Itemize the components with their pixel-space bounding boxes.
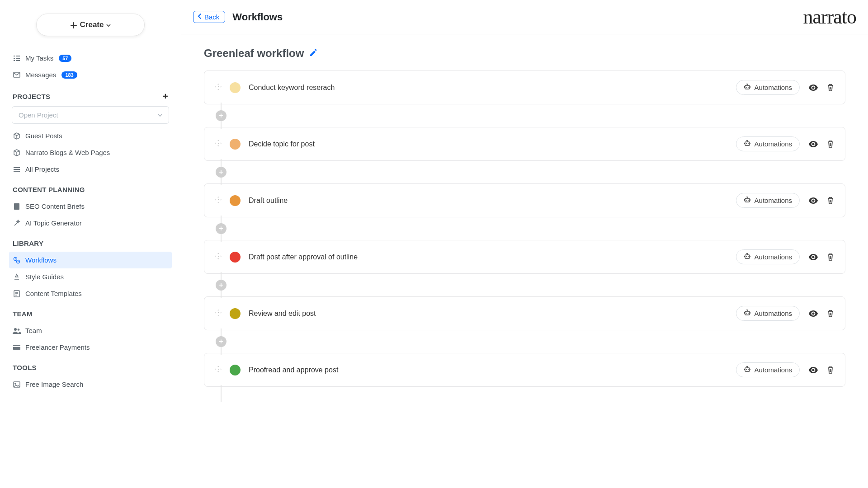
svg-rect-25: [744, 86, 745, 88]
svg-point-57: [812, 369, 815, 371]
svg-point-47: [746, 313, 747, 314]
document-icon: [13, 203, 21, 210]
tools-header: TOOLS: [9, 356, 172, 376]
delete-icon[interactable]: [827, 197, 834, 205]
workflow-step-card: Decide topic for postAutomations: [204, 127, 845, 161]
image-icon: [13, 381, 21, 388]
sidebar-item-content-templates[interactable]: Content Templates: [9, 285, 172, 302]
sidebar-item-messages[interactable]: Messages 183: [9, 66, 172, 83]
svg-point-13: [15, 258, 16, 259]
svg-rect-46: [745, 311, 750, 315]
delete-icon[interactable]: [827, 84, 834, 92]
svg-point-53: [746, 369, 747, 370]
sidebar-item-style-guides[interactable]: Style Guides: [9, 268, 172, 285]
sidebar-item-narrato-blogs[interactable]: Narrato Blogs & Web Pages: [9, 144, 172, 161]
delete-icon[interactable]: [827, 366, 834, 374]
add-project-button[interactable]: +: [163, 91, 168, 102]
step-name: Decide topic for post: [249, 140, 315, 148]
view-icon[interactable]: [809, 141, 818, 147]
automations-button[interactable]: Automations: [736, 249, 800, 264]
robot-icon: [744, 309, 751, 318]
my-tasks-badge: 57: [59, 55, 71, 62]
step-connector: [216, 387, 845, 400]
projects-header: PROJECTS +: [9, 83, 172, 106]
delete-icon[interactable]: [827, 310, 834, 318]
back-button[interactable]: Back: [193, 11, 225, 23]
svg-rect-18: [13, 345, 20, 350]
add-step-button[interactable]: +: [216, 336, 226, 347]
svg-rect-52: [745, 368, 750, 371]
drag-handle-icon[interactable]: [215, 197, 222, 204]
step-connector: +: [216, 217, 845, 240]
sidebar-item-ai-topic[interactable]: AI Topic Generator: [9, 215, 172, 231]
add-step-button[interactable]: +: [216, 223, 226, 234]
svg-point-51: [812, 312, 815, 314]
workflow-step-card: Draft outlineAutomations: [204, 183, 845, 217]
my-tasks-label: My Tasks: [25, 54, 53, 62]
view-icon[interactable]: [809, 367, 818, 373]
svg-rect-37: [744, 199, 745, 201]
messages-label: Messages: [25, 71, 56, 79]
robot-icon: [744, 366, 751, 374]
messages-badge: 183: [61, 71, 77, 79]
automations-button[interactable]: Automations: [736, 306, 800, 321]
sidebar-item-team[interactable]: Team: [9, 322, 172, 339]
open-project-select[interactable]: Open Project: [12, 106, 169, 124]
topbar: Back Workflows narrato: [181, 0, 868, 34]
svg-point-54: [748, 369, 749, 370]
drag-handle-icon[interactable]: [215, 310, 222, 317]
workflow-step-card: Conduct keyword reserachAutomations: [204, 70, 845, 104]
view-icon[interactable]: [809, 254, 818, 260]
add-step-button[interactable]: +: [216, 167, 226, 178]
svg-rect-50: [750, 312, 750, 314]
sidebar-item-all-projects[interactable]: All Projects: [9, 161, 172, 178]
svg-point-45: [812, 256, 815, 258]
delete-icon[interactable]: [827, 253, 834, 261]
svg-rect-34: [745, 198, 750, 202]
sidebar-item-workflows[interactable]: Workflows: [9, 252, 172, 268]
svg-point-33: [812, 143, 815, 145]
view-icon[interactable]: [809, 84, 818, 91]
drag-handle-icon[interactable]: [215, 84, 222, 91]
view-icon[interactable]: [809, 197, 818, 204]
svg-point-42: [748, 256, 749, 257]
step-color-dot: [230, 195, 241, 206]
view-icon[interactable]: [809, 310, 818, 317]
workflow-step-card: Draft post after approval of outlineAuto…: [204, 240, 845, 274]
svg-rect-31: [744, 143, 745, 144]
sidebar-item-free-image-search[interactable]: Free Image Search: [9, 376, 172, 393]
svg-point-17: [18, 328, 19, 330]
step-color-dot: [230, 365, 241, 375]
drag-handle-icon[interactable]: [215, 366, 222, 374]
sidebar-item-seo-briefs[interactable]: SEO Content Briefs: [9, 198, 172, 215]
automations-button[interactable]: Automations: [736, 80, 800, 95]
automations-button[interactable]: Automations: [736, 193, 800, 208]
brand-logo: narrato: [803, 5, 856, 28]
drag-handle-icon[interactable]: [215, 253, 222, 261]
delete-icon[interactable]: [827, 140, 834, 148]
team-header: TEAM: [9, 302, 172, 322]
svg-point-21: [15, 383, 16, 384]
style-icon: [13, 273, 21, 281]
step-color-dot: [230, 308, 241, 319]
workflow-step-card: Review and edit postAutomations: [204, 296, 845, 330]
add-step-button[interactable]: +: [216, 110, 226, 121]
create-button[interactable]: Create: [36, 14, 145, 36]
sidebar-item-my-tasks[interactable]: My Tasks 57: [9, 50, 172, 66]
workflow-title: Greenleaf workflow: [204, 47, 845, 60]
sidebar-item-guest-posts[interactable]: Guest Posts: [9, 127, 172, 144]
automations-button[interactable]: Automations: [736, 362, 800, 377]
caret-down-icon: [158, 111, 162, 119]
edit-icon[interactable]: [309, 47, 317, 60]
svg-rect-2: [14, 58, 15, 59]
svg-rect-22: [745, 85, 750, 89]
wand-icon: [13, 220, 21, 227]
step-name: Review and edit post: [249, 310, 316, 318]
sidebar-item-freelancer-payments[interactable]: Freelancer Payments: [9, 339, 172, 356]
automations-button[interactable]: Automations: [736, 136, 800, 151]
sidebar: Create My Tasks 57 Messages 183 PROJECTS…: [0, 0, 181, 488]
template-icon: [13, 290, 21, 297]
drag-handle-icon[interactable]: [215, 140, 222, 148]
add-step-button[interactable]: +: [216, 280, 226, 291]
svg-rect-19: [13, 346, 20, 347]
